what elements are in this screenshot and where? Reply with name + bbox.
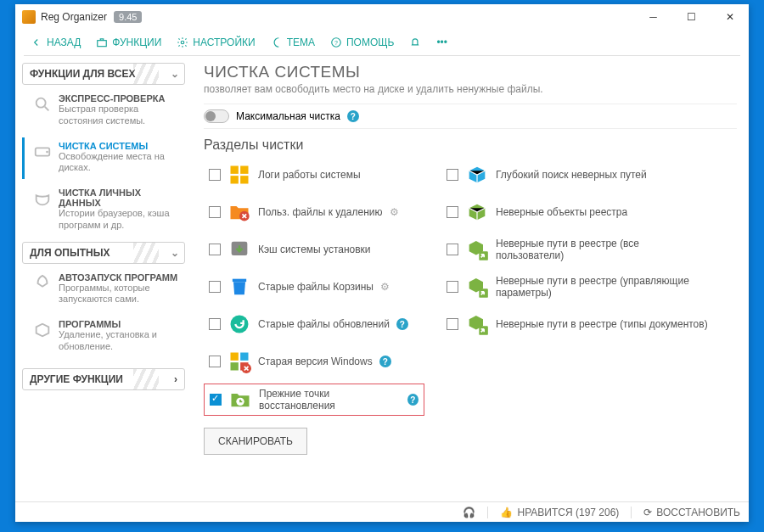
arrow-left-icon xyxy=(31,36,42,48)
checkbox[interactable] xyxy=(209,244,221,255)
other-functions-button[interactable]: ДРУГИЕ ФУНКЦИИ› xyxy=(22,368,185,390)
checkbox[interactable] xyxy=(209,169,221,181)
max-clean-row: Максимальная чистка ? xyxy=(204,104,737,129)
minimize-button[interactable]: ─ xyxy=(634,4,672,30)
section-all-header[interactable]: ФУНКЦИИ ДЛЯ ВСЕХ⌄ xyxy=(22,63,185,85)
nav-programs[interactable]: ПРОГРАММЫУдаление, установка и обновлени… xyxy=(22,316,185,358)
checkbox[interactable] xyxy=(209,281,221,293)
gear-icon xyxy=(177,36,188,48)
disk-icon xyxy=(33,143,52,161)
clean-item[interactable]: Неверные пути в реестре (все пользовател… xyxy=(441,234,713,265)
windows-icon xyxy=(228,163,251,187)
help-icon[interactable]: ? xyxy=(407,394,419,406)
windows-x-icon xyxy=(228,350,251,373)
checkbox[interactable] xyxy=(209,356,221,367)
help-icon[interactable]: ? xyxy=(379,356,391,367)
page-subtitle: позволяет вам освободить место на диске … xyxy=(204,83,737,95)
item-label: Неверные пути в реестре (управляющие пар… xyxy=(496,275,708,299)
bell-icon xyxy=(409,36,421,48)
help-icon[interactable]: ? xyxy=(347,110,359,122)
cube-arrow-icon xyxy=(465,312,489,336)
checkbox[interactable] xyxy=(210,394,222,406)
clean-item[interactable]: Неверные пути в реестре (управляющие пар… xyxy=(441,272,713,302)
drive-down-icon xyxy=(228,238,251,261)
svg-text:?: ? xyxy=(334,40,338,46)
scan-button[interactable]: СКАНИРОВАТЬ xyxy=(204,428,307,455)
nav-express-check[interactable]: ЭКСПРЕСС-ПРОВЕРКАБыстрая проверка состоя… xyxy=(22,90,185,132)
clean-item[interactable]: Глубокий поиск неверных путей xyxy=(441,160,713,190)
restore-button[interactable]: ⟳ВОССТАНОВИТЬ xyxy=(643,507,740,518)
briefcase-icon xyxy=(96,36,108,48)
back-button[interactable]: НАЗАД xyxy=(24,33,87,52)
maximize-button[interactable]: ☐ xyxy=(672,4,711,30)
checkbox[interactable] xyxy=(447,206,458,218)
theme-button[interactable]: ТЕМА xyxy=(264,33,322,52)
checkbox[interactable] xyxy=(447,318,458,330)
gear-icon[interactable]: ⚙ xyxy=(380,281,390,293)
chevron-right-icon: › xyxy=(174,373,177,385)
clean-item[interactable]: Неверные объекты реестра xyxy=(441,197,713,227)
help-icon[interactable]: ? xyxy=(396,318,408,330)
clean-item[interactable]: Неверные пути в реестре (типы документов… xyxy=(441,309,713,339)
close-button[interactable]: ✕ xyxy=(711,4,749,30)
chevron-down-icon: ⌄ xyxy=(171,247,179,259)
sections-title: Разделы чистки xyxy=(204,137,737,153)
help-button[interactable]: ?ПОМОЩЬ xyxy=(323,33,401,52)
notify-button[interactable] xyxy=(402,33,428,52)
dots-icon: ••• xyxy=(436,36,447,48)
sidebar: ФУНКЦИИ ДЛЯ ВСЕХ⌄ ЭКСПРЕСС-ПРОВЕРКАБыстр… xyxy=(15,56,185,501)
checkbox[interactable] xyxy=(209,318,221,330)
item-label: Старые файлы обновлений xyxy=(258,318,390,330)
item-label: Неверные пути в реестре (типы документов… xyxy=(496,318,708,330)
functions-button[interactable]: ФУНКЦИИ xyxy=(89,33,168,52)
support-button[interactable]: 🎧 xyxy=(463,507,475,518)
svg-point-4 xyxy=(37,98,46,108)
clean-items-left: Логи работы системы Польз. файлы к удале… xyxy=(204,160,424,416)
folder-x-icon xyxy=(228,200,251,224)
svg-point-14 xyxy=(231,316,249,333)
svg-rect-9 xyxy=(231,176,239,183)
app-name: Reg Organizer xyxy=(41,11,107,23)
section-adv-header[interactable]: ДЛЯ ОПЫТНЫХ⌄ xyxy=(22,242,185,264)
box-icon xyxy=(33,321,52,339)
svg-rect-13 xyxy=(233,279,246,283)
toolbar: НАЗАД ФУНКЦИИ НАСТРОЙКИ ТЕМА ?ПОМОЩЬ ••• xyxy=(15,30,749,55)
titlebar: Reg Organizer 9.45 ─ ☐ ✕ xyxy=(15,4,749,30)
clean-item[interactable]: Прежние точки восстановления ? xyxy=(204,384,424,416)
clean-item[interactable]: Старая версия Windows ? xyxy=(204,346,424,377)
svg-point-1 xyxy=(182,41,185,44)
max-clean-label: Максимальная чистка xyxy=(236,110,340,122)
cube-arrow-icon xyxy=(465,238,489,261)
main-panel: ЧИСТКА СИСТЕМЫ позволяет вам освободить … xyxy=(185,56,749,501)
checkbox[interactable] xyxy=(447,169,458,181)
gear-icon[interactable]: ⚙ xyxy=(390,206,399,218)
checkbox[interactable] xyxy=(447,244,458,255)
more-button[interactable]: ••• xyxy=(430,33,454,52)
settings-button[interactable]: НАСТРОЙКИ xyxy=(170,33,261,52)
clean-item[interactable]: Польз. файлы к удалению ⚙ xyxy=(204,197,424,227)
clean-item[interactable]: Логи работы системы xyxy=(204,160,424,190)
checkbox[interactable] xyxy=(447,281,458,293)
chevron-down-icon: ⌄ xyxy=(171,68,179,80)
item-label: Старые файлы Корзины xyxy=(258,281,374,293)
like-button[interactable]: 👍НРАВИТСЯ (197 206) xyxy=(500,507,619,518)
clean-item[interactable]: Кэш системы установки xyxy=(204,234,424,265)
nav-autorun[interactable]: АВТОЗАПУСК ПРОГРАММПрограммы, которые за… xyxy=(22,269,185,311)
cube-icon xyxy=(465,163,489,187)
nav-personal-clean[interactable]: ЧИСТКА ЛИЧНЫХ ДАННЫХИстории браузеров, к… xyxy=(22,184,185,237)
checkbox[interactable] xyxy=(209,206,221,218)
page-title: ЧИСТКА СИСТЕМЫ xyxy=(204,63,737,81)
bin-icon xyxy=(228,275,251,299)
nav-system-clean[interactable]: ЧИСТКА СИСТЕМЫОсвобождение места на диск… xyxy=(22,137,185,180)
moon-icon xyxy=(271,36,283,48)
item-label: Неверные объекты реестра xyxy=(496,206,627,218)
clean-item[interactable]: Старые файлы Корзины ⚙ xyxy=(204,272,424,302)
clean-item[interactable]: Старые файлы обновлений ? xyxy=(204,309,424,339)
clean-items-right: Глубокий поиск неверных путей Неверные о… xyxy=(441,160,713,416)
refresh-icon xyxy=(228,312,251,336)
svg-rect-16 xyxy=(240,353,248,361)
svg-rect-17 xyxy=(231,362,239,370)
app-icon xyxy=(22,10,36,24)
svg-rect-0 xyxy=(98,41,107,47)
max-clean-toggle[interactable] xyxy=(204,109,229,123)
